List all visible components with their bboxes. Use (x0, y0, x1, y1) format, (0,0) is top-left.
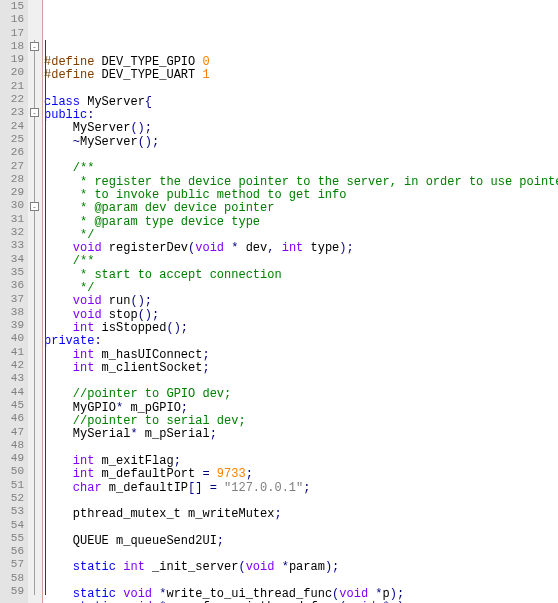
line-number: 55 (0, 532, 24, 545)
token: * @param type device type (80, 215, 260, 229)
code-line[interactable] (44, 548, 558, 561)
token: stop (102, 308, 138, 322)
line-number: 48 (0, 439, 24, 452)
token: QUEUE m_queueSend2UI (44, 534, 217, 548)
token: param (289, 560, 325, 574)
code-line[interactable]: class MyServer{ (44, 96, 558, 109)
code-line[interactable] (44, 575, 558, 588)
code-line[interactable]: static int _init_server(void *param); (44, 561, 558, 574)
code-line[interactable] (44, 83, 558, 96)
code-line[interactable]: ~MyServer(); (44, 136, 558, 149)
code-line[interactable]: public: (44, 109, 558, 122)
line-number: 42 (0, 359, 24, 372)
code-line[interactable] (44, 442, 558, 455)
code-line[interactable]: int m_exitFlag; (44, 455, 558, 468)
token: (); (130, 294, 152, 308)
code-line[interactable]: void stop(); (44, 309, 558, 322)
code-line[interactable]: #define DEV_TYPE_GPIO 0 (44, 56, 558, 69)
code-line[interactable]: * register the device pointer to the ser… (44, 176, 558, 189)
code-line[interactable] (44, 521, 558, 534)
code-line[interactable]: //pointer to serial dev; (44, 415, 558, 428)
token: 1 (202, 68, 209, 82)
token (44, 414, 73, 428)
code-line[interactable]: * @param dev device pointer (44, 202, 558, 215)
line-number: 56 (0, 545, 24, 558)
code-line[interactable]: QUEUE m_queueSend2UI; (44, 535, 558, 548)
token (44, 268, 80, 282)
code-line[interactable]: pthread_mutex_t m_writeMutex; (44, 508, 558, 521)
token: * (375, 587, 382, 601)
code-line[interactable]: */ (44, 282, 558, 295)
code-line[interactable]: * to invoke public method to get info (44, 189, 558, 202)
token: "127.0.0.1" (224, 481, 303, 495)
token: ; (303, 481, 310, 495)
token (44, 175, 80, 189)
code-line[interactable]: private: (44, 335, 558, 348)
code-line[interactable]: void registerDev(void * dev, int type); (44, 242, 558, 255)
token: run (102, 294, 131, 308)
line-number: 51 (0, 479, 24, 492)
line-number: 45 (0, 399, 24, 412)
code-line[interactable]: void run(); (44, 295, 558, 308)
token: (); (138, 135, 160, 149)
code-line[interactable]: static void *write_to_ui_thread_func(voi… (44, 588, 558, 601)
margin-guide (42, 0, 43, 603)
code-line[interactable]: MyGPIO* m_pGPIO; (44, 402, 558, 415)
token (44, 454, 73, 468)
code-line[interactable]: //pointer to GPIO dev; (44, 388, 558, 401)
token: ); (390, 587, 404, 601)
code-line[interactable]: MySerial* m_pSerial; (44, 428, 558, 441)
code-line[interactable] (44, 375, 558, 388)
fold-guide (34, 40, 35, 595)
line-number: 40 (0, 332, 24, 345)
token: MySerial (44, 427, 130, 441)
code-line[interactable]: int m_hasUIConnect; (44, 349, 558, 362)
token: m_defaultIP (102, 481, 188, 495)
token: { (145, 95, 152, 109)
line-number: 25 (0, 133, 24, 146)
token: m_defaultPort (94, 467, 202, 481)
code-line[interactable]: MyServer(); (44, 122, 558, 135)
code-editor[interactable]: 1516171819202122232425262728293031323334… (0, 0, 558, 603)
code-line[interactable]: int isStopped(); (44, 322, 558, 335)
token: * start to accept connection (80, 268, 282, 282)
code-line[interactable]: * @param type device type (44, 216, 558, 229)
line-number: 31 (0, 213, 24, 226)
token: dev (238, 241, 267, 255)
code-line[interactable]: char m_defaultIP[] = "127.0.0.1"; (44, 482, 558, 495)
code-area[interactable]: #define DEV_TYPE_GPIO 0#define DEV_TYPE_… (42, 0, 558, 603)
token: registerDev (102, 241, 188, 255)
code-line[interactable]: */ (44, 229, 558, 242)
code-line[interactable]: /** (44, 162, 558, 175)
line-number: 34 (0, 253, 24, 266)
token: 0 (202, 55, 209, 69)
code-line[interactable] (44, 149, 558, 162)
token: m_pGPIO (123, 401, 181, 415)
line-number: 44 (0, 386, 24, 399)
token: ~ (44, 135, 80, 149)
token: * @param dev device pointer (80, 201, 274, 215)
line-number: 49 (0, 452, 24, 465)
code-line[interactable] (44, 495, 558, 508)
code-line[interactable]: int m_defaultPort = 9733; (44, 468, 558, 481)
token: //pointer to GPIO dev; (73, 387, 231, 401)
line-number: 36 (0, 279, 24, 292)
token: /** (73, 161, 95, 175)
token: ; (274, 507, 281, 521)
fold-toggle[interactable]: - (30, 108, 39, 117)
token: m_clientSocket (94, 361, 202, 375)
token (44, 308, 73, 322)
fold-toggle[interactable]: - (30, 202, 39, 211)
code-line[interactable]: * start to accept connection (44, 269, 558, 282)
token: MyGPIO (44, 401, 116, 415)
fold-toggle[interactable]: - (30, 42, 39, 51)
line-number: 37 (0, 293, 24, 306)
code-line[interactable]: /** (44, 255, 558, 268)
code-line[interactable]: int m_clientSocket; (44, 362, 558, 375)
token (44, 281, 80, 295)
code-line[interactable]: #define DEV_TYPE_UART 1 (44, 69, 558, 82)
line-number: 26 (0, 146, 24, 159)
token: : (87, 108, 94, 122)
line-number: 54 (0, 519, 24, 532)
line-number: 46 (0, 412, 24, 425)
